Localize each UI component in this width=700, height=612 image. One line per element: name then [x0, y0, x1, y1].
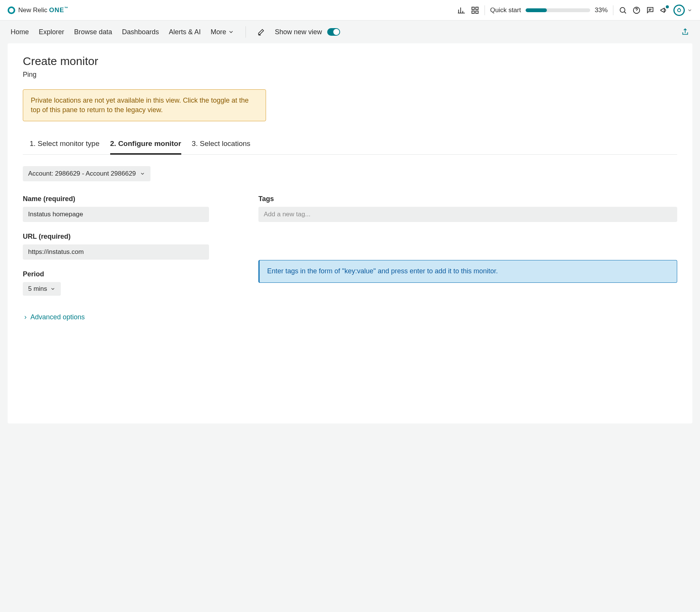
logo-text: New Relic ONE™ — [18, 6, 68, 14]
show-new-view-label: Show new view — [275, 28, 322, 36]
quickstart-label: Quick start — [490, 6, 521, 14]
page-wrap: Create monitor Ping Private locations ar… — [0, 43, 700, 612]
page-subtitle: Ping — [23, 71, 677, 79]
chevron-down-icon — [50, 286, 55, 292]
url-label: URL (required) — [23, 233, 236, 241]
main-panel: Create monitor Ping Private locations ar… — [8, 43, 692, 423]
nav-browse-data[interactable]: Browse data — [74, 28, 112, 36]
help-icon[interactable] — [632, 6, 641, 14]
show-new-view-toggle[interactable] — [327, 28, 340, 36]
step-tab-3[interactable]: 3. Select locations — [192, 136, 250, 154]
header-right: Quick start 33% — [457, 5, 692, 16]
url-field-group: URL (required) — [23, 233, 236, 260]
chevron-right-icon — [23, 315, 28, 320]
chevron-down-icon — [687, 8, 692, 13]
step-tab-1[interactable]: 1. Select monitor type — [30, 136, 100, 154]
logo[interactable]: New Relic ONE™ — [8, 6, 68, 14]
announce-icon[interactable] — [660, 6, 668, 14]
svg-point-6 — [678, 9, 681, 12]
nav-explorer[interactable]: Explorer — [39, 28, 64, 36]
form-grid: Name (required) URL (required) Period 5 … — [23, 195, 677, 322]
nav-alerts-ai[interactable]: Alerts & AI — [169, 28, 201, 36]
divider — [485, 5, 485, 15]
bar-chart-icon[interactable] — [457, 6, 466, 14]
period-field-group: Period 5 mins — [23, 270, 236, 296]
url-input[interactable] — [23, 244, 209, 260]
show-new-view-toggle-wrap: Show new view — [275, 28, 340, 36]
quickstart[interactable]: Quick start 33% — [490, 6, 608, 14]
period-value: 5 mins — [28, 285, 47, 293]
top-header: New Relic ONE™ Quick start 33% — [0, 0, 700, 21]
share-icon[interactable] — [681, 28, 689, 36]
nav-more[interactable]: More — [211, 28, 234, 36]
step-tab-2[interactable]: 2. Configure monitor — [110, 136, 181, 155]
svg-rect-0 — [472, 7, 474, 9]
divider — [613, 5, 613, 15]
tags-input[interactable] — [258, 207, 677, 222]
account-selector[interactable]: Account: 2986629 - Account 2986629 — [23, 166, 150, 181]
user-menu[interactable] — [673, 5, 692, 16]
svg-point-4 — [620, 7, 625, 12]
quickstart-progress — [526, 8, 590, 12]
period-label: Period — [23, 270, 236, 278]
nav-home[interactable]: Home — [11, 28, 29, 36]
form-col-left: Name (required) URL (required) Period 5 … — [23, 195, 236, 322]
chevron-down-icon — [228, 29, 234, 35]
form-col-right: Tags Enter tags in the form of "key:valu… — [258, 195, 677, 322]
nav-dashboards[interactable]: Dashboards — [122, 28, 159, 36]
name-label: Name (required) — [23, 195, 236, 203]
account-selector-label: Account: 2986629 - Account 2986629 — [28, 170, 136, 178]
name-input[interactable] — [23, 207, 209, 222]
advanced-options-link[interactable]: Advanced options — [23, 313, 85, 321]
svg-rect-1 — [476, 7, 478, 9]
tags-info-box: Enter tags in the form of "key:value" an… — [258, 260, 677, 282]
avatar — [673, 5, 685, 16]
page-title: Create monitor — [23, 55, 677, 68]
name-field-group: Name (required) — [23, 195, 236, 222]
chevron-down-icon — [140, 171, 145, 176]
grid-icon[interactable] — [471, 6, 479, 14]
edit-icon[interactable] — [257, 28, 265, 36]
notification-dot — [666, 5, 669, 8]
nav-bar: Home Explorer Browse data Dashboards Ale… — [0, 21, 700, 43]
divider — [245, 26, 246, 38]
advanced-options-label: Advanced options — [30, 313, 85, 321]
logo-icon — [8, 6, 15, 14]
period-select[interactable]: 5 mins — [23, 282, 61, 296]
step-tabs: 1. Select monitor type 2. Configure moni… — [23, 136, 677, 155]
search-icon[interactable] — [619, 6, 627, 14]
tags-label: Tags — [258, 195, 677, 203]
warning-banner: Private locations are not yet available … — [23, 89, 266, 121]
quickstart-percent: 33% — [595, 6, 608, 14]
svg-rect-2 — [472, 11, 474, 13]
feedback-icon[interactable] — [646, 6, 654, 14]
svg-rect-3 — [476, 11, 478, 13]
tags-field-group: Tags — [258, 195, 677, 222]
